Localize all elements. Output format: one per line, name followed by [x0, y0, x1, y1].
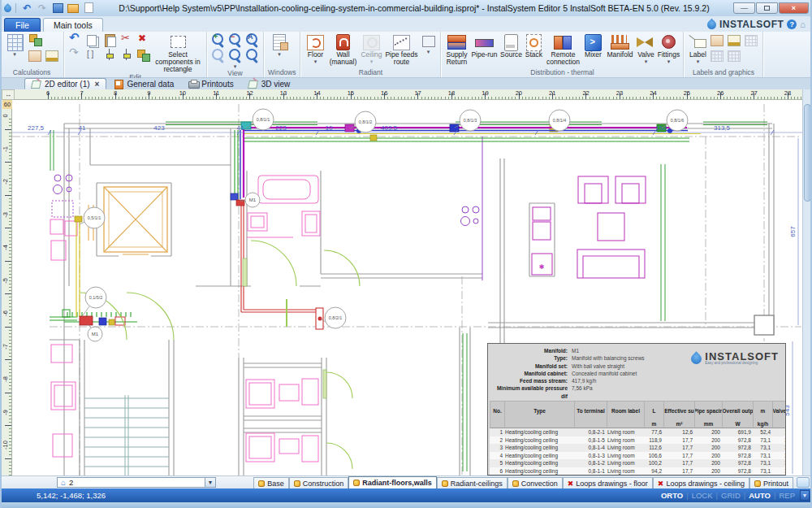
- home-icon[interactable]: ⌂: [800, 20, 806, 29]
- zoom-window-icon[interactable]: [209, 48, 227, 63]
- column-header: L: [644, 401, 663, 420]
- insert-table-icon[interactable]: [743, 33, 760, 48]
- ceiling-button[interactable]: Ceiling▾: [358, 33, 384, 64]
- layer-tab-loops-drawings-ceiling[interactable]: ✖Loops drawings - ceiling: [653, 477, 749, 489]
- zoom-selection-icon[interactable]: [244, 48, 261, 63]
- divider: |: [716, 491, 718, 500]
- group-distribution-thermal: Supply Return Pipe-run Source Stack Remo…: [441, 32, 684, 77]
- tab-general-data[interactable]: General data: [106, 78, 181, 89]
- insert-grid-icon[interactable]: [709, 48, 726, 63]
- calc-results-icon[interactable]: [27, 48, 44, 63]
- stack-button[interactable]: Stack: [523, 33, 544, 59]
- pipe-run-button[interactable]: Pipe-run: [469, 33, 499, 59]
- table-cell: Heating/cooling ceiling: [504, 444, 574, 452]
- mode-grid[interactable]: GRID: [721, 491, 741, 500]
- layer-tab-convection[interactable]: Convection: [508, 477, 563, 489]
- ruler-corner[interactable]: ↔: [2, 89, 15, 100]
- mixer-button[interactable]: Mixer: [581, 33, 604, 59]
- insert-matrix-icon[interactable]: [726, 48, 743, 63]
- copy-icon[interactable]: [84, 33, 101, 48]
- column-header: Overall outp: [722, 401, 753, 420]
- valve-button[interactable]: Valve▾: [635, 33, 656, 64]
- layer-tab-printout[interactable]: Printout: [749, 477, 793, 489]
- align-horizontal-icon[interactable]: [118, 48, 135, 63]
- table-cell: 0,8-1-2: [574, 459, 607, 467]
- redo-icon[interactable]: [67, 48, 84, 63]
- cut-icon[interactable]: [118, 33, 135, 48]
- floor-selector[interactable]: ⌂ 2 ▼: [57, 477, 216, 488]
- table-cell: 3,00: [772, 444, 786, 452]
- tab-printouts[interactable]: Printouts: [181, 78, 240, 89]
- close-tab-icon[interactable]: ×: [95, 80, 100, 89]
- layer-options-icon[interactable]: [797, 477, 810, 488]
- delete-icon[interactable]: [135, 33, 152, 48]
- group-label: Windows: [266, 68, 297, 77]
- ruler-number: 11: [208, 89, 224, 97]
- tab-2d-editor[interactable]: 2D editor (1) ×: [24, 78, 106, 89]
- align-vertical-icon[interactable]: [101, 48, 118, 63]
- source-button[interactable]: Source: [499, 33, 523, 59]
- maximize-button[interactable]: [756, 2, 778, 14]
- kitchen-hobs: [54, 137, 483, 280]
- radiant-options-button[interactable]: ▾: [418, 33, 438, 54]
- layer-tab-base[interactable]: Base: [253, 477, 289, 489]
- table-cell: 0,8-1-4: [574, 444, 607, 452]
- mode-orto[interactable]: ORTO: [661, 491, 683, 500]
- insert-chart-icon[interactable]: [726, 33, 743, 48]
- select-components-button[interactable]: Select components in rectangle: [152, 33, 204, 73]
- calc-settings-icon[interactable]: [27, 33, 44, 48]
- status-bar: 5,142; -1,468; 1,326 ORTO|LOCK|GRID|AUTO…: [0, 488, 812, 502]
- label-button[interactable]: Label▾: [686, 33, 709, 64]
- table-cell: 691,9: [722, 428, 753, 436]
- zoom-out-icon[interactable]: −: [227, 33, 244, 48]
- open-icon[interactable]: [67, 4, 79, 13]
- svg-text:0,8/1/6: 0,8/1/6: [671, 118, 685, 123]
- help-icon[interactable]: ?: [787, 20, 797, 29]
- floor-button[interactable]: Floor▾: [303, 33, 327, 64]
- pipe-feeds-route-button[interactable]: Pipe feeds route: [384, 33, 418, 66]
- chevron-down-icon[interactable]: ▼: [205, 478, 215, 487]
- zoom-previous-icon[interactable]: [227, 48, 244, 63]
- divider: [15, 3, 16, 13]
- horizontal-ruler[interactable]: 6789101112131415161718192021222324252627…: [15, 89, 802, 100]
- supply-return-button[interactable]: Supply Return: [443, 33, 469, 66]
- redo-icon[interactable]: ↷: [36, 2, 49, 15]
- mode-lock[interactable]: LOCK: [692, 491, 713, 500]
- new-file-icon[interactable]: [84, 2, 93, 13]
- close-button[interactable]: ×: [779, 2, 809, 14]
- tool-icon: [754, 480, 761, 487]
- svg-text:227,5: 227,5: [28, 124, 45, 132]
- minimize-button[interactable]: —: [733, 2, 755, 14]
- undo-icon[interactable]: ↶: [20, 2, 33, 15]
- calculations-button[interactable]: ▾: [2, 33, 27, 57]
- ruler-number: 12: [242, 89, 258, 97]
- layer-tab-construction[interactable]: Construction: [289, 477, 349, 489]
- tab-file[interactable]: File: [4, 18, 41, 32]
- fittings-button[interactable]: Fittings▾: [656, 33, 680, 64]
- vertical-ruler[interactable]: 0-1-2-3-4-5-6-7-8-9-10: [2, 100, 12, 475]
- tab-3d-view[interactable]: 3D view: [241, 78, 298, 89]
- layer-tab-radiant-floors-walls[interactable]: Radiant-floors,walls: [348, 476, 437, 489]
- windows-button[interactable]: ▾: [266, 33, 292, 57]
- zoom-all-icon[interactable]: A: [244, 33, 261, 48]
- table-cell: 17,7: [663, 452, 694, 460]
- cursor-coordinates: 5,142; -1,468; 1,326: [37, 491, 106, 500]
- move-components-icon[interactable]: [135, 48, 152, 63]
- layer-tab-loops-drawings-floor[interactable]: ✖Loops drawings - floor: [563, 477, 653, 489]
- mode-auto[interactable]: AUTO: [749, 491, 771, 500]
- wall-manual-button[interactable]: Wall (manual): [327, 33, 358, 66]
- remote-connection-button[interactable]: Remote connection: [544, 33, 581, 66]
- brand-name: INSTALSOFT: [719, 19, 784, 30]
- mirror-icon[interactable]: [84, 48, 101, 63]
- save-icon[interactable]: [53, 3, 63, 13]
- zoom-in-icon[interactable]: +: [209, 33, 227, 48]
- mode-rep[interactable]: REP: [779, 491, 795, 500]
- calc-report-icon[interactable]: [44, 48, 61, 63]
- manifold-button[interactable]: Manifold: [604, 33, 635, 59]
- drawing-canvas[interactable]: ✱: [12, 100, 802, 475]
- layer-tab-radiant-ceilings[interactable]: Radiant-ceilings: [437, 477, 508, 489]
- insert-image-icon[interactable]: [709, 33, 726, 48]
- status-options-icon[interactable]: ▼: [800, 490, 810, 501]
- loops-table: No.TypeTo terminalRoom labelLEffective s…: [490, 401, 786, 475]
- paste-icon[interactable]: [101, 33, 118, 48]
